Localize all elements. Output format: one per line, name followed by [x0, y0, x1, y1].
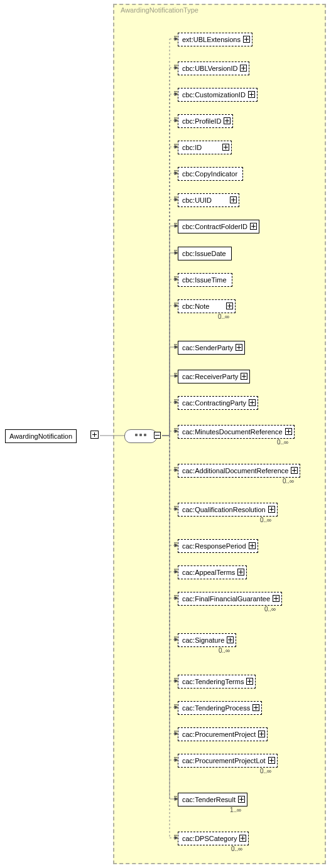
- element-label: cac:MinutesDocumentReference: [182, 428, 283, 436]
- element-label: cac:TenderingProcess: [182, 704, 250, 712]
- schema-element[interactable]: cac:QualificationResolution: [178, 503, 278, 517]
- expand-icon[interactable]: [226, 303, 233, 309]
- expand-icon[interactable]: [238, 796, 245, 803]
- details-icon: [174, 595, 177, 599]
- expand-icon[interactable]: [227, 636, 234, 643]
- schema-element[interactable]: ext:UBLExtensions: [178, 33, 252, 46]
- expand-icon[interactable]: [258, 731, 265, 737]
- schema-element[interactable]: cbc:CustomizationID: [178, 88, 258, 102]
- details-icon: [174, 399, 177, 404]
- expand-icon[interactable]: [224, 117, 231, 124]
- expand-icon[interactable]: [252, 704, 259, 711]
- expand-icon[interactable]: [273, 595, 279, 602]
- element-label: cac:TenderResult: [182, 796, 236, 803]
- schema-element[interactable]: cbc:Note: [178, 299, 236, 313]
- sequence-compositor[interactable]: [124, 429, 157, 443]
- sequence-dots-icon: [135, 434, 146, 437]
- cardinality-label: 0..∞: [219, 647, 230, 654]
- expand-icon[interactable]: [236, 344, 242, 351]
- element-label: cac:ContractingParty: [182, 399, 246, 407]
- schema-element[interactable]: cac:DPSCategory: [178, 832, 249, 845]
- element-label: cac:AppealTerms: [182, 569, 235, 576]
- details-icon: [174, 757, 177, 761]
- details-icon: [174, 223, 177, 227]
- cardinality-label: 0..∞: [277, 439, 288, 446]
- details-icon: [174, 636, 177, 641]
- expand-icon[interactable]: [240, 65, 247, 72]
- element-label: cac:ResponsePeriod: [182, 542, 246, 550]
- details-icon: [174, 170, 177, 174]
- schema-element[interactable]: cbc:UBLVersionID: [178, 62, 249, 75]
- schema-element[interactable]: cac:AdditionalDocumentReference: [178, 464, 300, 478]
- details-icon: [174, 250, 177, 254]
- element-label: cbc:IssueTime: [182, 276, 227, 284]
- details-icon: [174, 36, 177, 40]
- schema-diagram: AwardingNotificationType AwardingNotific…: [0, 0, 331, 868]
- details-icon: [174, 704, 177, 709]
- element-label: cac:ProcurementProjectLot: [182, 757, 266, 764]
- details-icon: [174, 144, 177, 148]
- element-label: cac:AdditionalDocumentReference: [182, 467, 288, 474]
- expand-icon[interactable]: [239, 835, 246, 842]
- schema-element[interactable]: cbc:ProfileID: [178, 114, 233, 128]
- expand-icon[interactable]: [246, 678, 253, 685]
- details-icon: [174, 373, 177, 377]
- cardinality-label: 0..∞: [264, 606, 276, 613]
- expand-icon[interactable]: [249, 542, 256, 549]
- schema-element[interactable]: cac:AppealTerms: [178, 565, 247, 579]
- element-label: ext:UBLExtensions: [182, 36, 241, 43]
- schema-element[interactable]: cac:SenderParty: [178, 341, 245, 355]
- details-icon: [174, 796, 177, 800]
- expand-icon[interactable]: [241, 373, 247, 380]
- schema-element[interactable]: cac:MinutesDocumentReference: [178, 425, 295, 439]
- element-label: cac:ProcurementProject: [182, 731, 256, 738]
- details-icon: [174, 835, 177, 839]
- cardinality-label: 0..∞: [260, 517, 271, 523]
- details-icon: [174, 344, 177, 348]
- element-label: cbc:CopyIndicator: [182, 170, 237, 178]
- schema-element[interactable]: cac:TenderingTerms: [178, 675, 256, 689]
- details-icon: [174, 303, 177, 307]
- element-label: cbc:ProfileID: [182, 117, 221, 125]
- schema-element[interactable]: cbc:UUID: [178, 193, 239, 207]
- expand-icon[interactable]: [90, 431, 99, 439]
- expand-icon[interactable]: [222, 144, 229, 151]
- expand-icon[interactable]: [249, 399, 256, 406]
- root-element[interactable]: AwardingNotification: [5, 429, 77, 443]
- expand-icon[interactable]: [291, 467, 298, 474]
- root-element-label: AwardingNotification: [9, 432, 72, 440]
- details-icon: [174, 542, 177, 547]
- details-icon: [174, 506, 177, 510]
- expand-icon[interactable]: [285, 428, 292, 435]
- schema-element[interactable]: cac:FinalFinancialGuarantee: [178, 592, 282, 606]
- schema-element[interactable]: cac:ReceiverParty: [178, 370, 250, 383]
- expand-icon[interactable]: [250, 223, 257, 230]
- expand-icon[interactable]: [243, 36, 250, 43]
- schema-element[interactable]: cac:Signature: [178, 633, 236, 647]
- schema-element[interactable]: cac:ProcurementProjectLot: [178, 754, 278, 768]
- element-label: cbc:UBLVersionID: [182, 65, 237, 72]
- schema-element[interactable]: cbc:ID: [178, 141, 232, 154]
- element-label: cac:DPSCategory: [182, 835, 237, 842]
- element-label: cac:FinalFinancialGuarantee: [182, 595, 270, 603]
- schema-element[interactable]: cbc:IssueDate: [178, 247, 232, 260]
- schema-element[interactable]: cac:ContractingParty: [178, 396, 258, 410]
- details-icon: [174, 91, 177, 95]
- element-label: cac:TenderingTerms: [182, 678, 244, 685]
- minus-icon[interactable]: [154, 432, 161, 439]
- expand-icon[interactable]: [268, 506, 275, 513]
- schema-element[interactable]: cac:ResponsePeriod: [178, 539, 258, 553]
- expand-icon[interactable]: [237, 569, 244, 576]
- expand-icon[interactable]: [230, 196, 237, 203]
- schema-element[interactable]: cac:TenderResult: [178, 793, 247, 806]
- schema-element[interactable]: cac:ProcurementProject: [178, 727, 268, 741]
- schema-element[interactable]: cbc:IssueTime: [178, 273, 232, 287]
- element-label: cbc:UUID: [182, 196, 212, 204]
- expand-icon[interactable]: [268, 757, 275, 764]
- schema-element[interactable]: cbc:CopyIndicator: [178, 167, 243, 181]
- schema-element[interactable]: cac:TenderingProcess: [178, 701, 262, 715]
- details-icon: [174, 678, 177, 682]
- expand-icon[interactable]: [248, 91, 255, 98]
- schema-element[interactable]: cbc:ContractFolderID: [178, 220, 259, 233]
- details-icon: [174, 467, 177, 471]
